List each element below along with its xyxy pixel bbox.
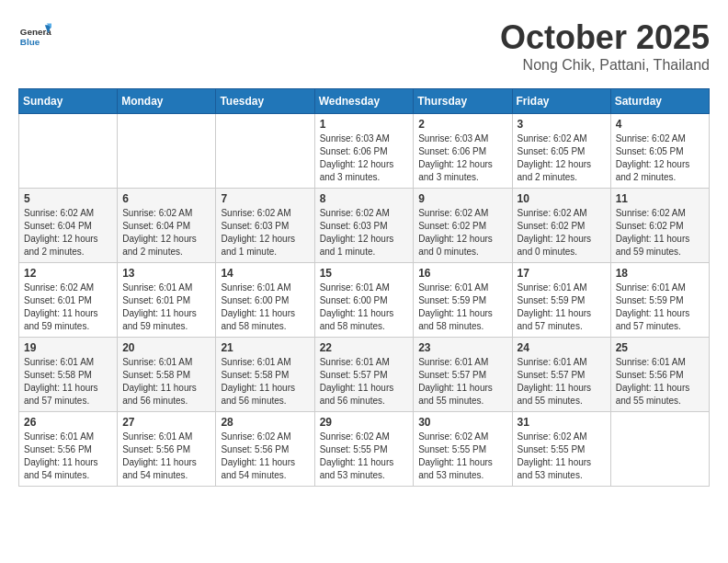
day-number: 28: [221, 416, 309, 429]
day-info: Sunrise: 6:01 AMSunset: 5:58 PMDaylight:…: [221, 356, 309, 408]
day-number: 30: [418, 416, 506, 429]
calendar-cell: 10Sunrise: 6:02 AMSunset: 6:02 PMDayligh…: [512, 189, 610, 263]
page-header: General Blue October 2025 Nong Chik, Pat…: [18, 18, 710, 74]
day-info: Sunrise: 6:01 AMSunset: 5:58 PMDaylight:…: [24, 356, 112, 408]
day-info: Sunrise: 6:01 AMSunset: 6:00 PMDaylight:…: [320, 282, 409, 333]
day-number: 16: [418, 267, 506, 280]
calendar-cell: [118, 114, 216, 189]
week-row-4: 19Sunrise: 6:01 AMSunset: 5:58 PMDayligh…: [19, 338, 710, 412]
calendar-cell: 4Sunrise: 6:02 AMSunset: 6:05 PMDaylight…: [610, 114, 709, 189]
day-number: 1: [320, 118, 409, 131]
calendar-cell: 3Sunrise: 6:02 AMSunset: 6:05 PMDaylight…: [512, 114, 610, 189]
logo-icon: General Blue: [18, 18, 51, 52]
day-info: Sunrise: 6:01 AMSunset: 5:59 PMDaylight:…: [616, 282, 704, 333]
week-row-2: 5Sunrise: 6:02 AMSunset: 6:04 PMDaylight…: [19, 189, 710, 263]
day-info: Sunrise: 6:01 AMSunset: 5:56 PMDaylight:…: [24, 431, 112, 482]
calendar-cell: 27Sunrise: 6:01 AMSunset: 5:56 PMDayligh…: [118, 412, 216, 487]
day-info: Sunrise: 6:02 AMSunset: 6:02 PMDaylight:…: [518, 207, 606, 259]
calendar-cell: [19, 114, 118, 189]
day-number: 31: [518, 416, 606, 429]
calendar-cell: 2Sunrise: 6:03 AMSunset: 6:06 PMDaylight…: [414, 114, 512, 189]
calendar-cell: 29Sunrise: 6:02 AMSunset: 5:55 PMDayligh…: [314, 412, 414, 487]
calendar-cell: 25Sunrise: 6:01 AMSunset: 5:56 PMDayligh…: [610, 338, 709, 412]
day-info: Sunrise: 6:02 AMSunset: 6:04 PMDaylight:…: [122, 207, 210, 259]
day-info: Sunrise: 6:01 AMSunset: 6:00 PMDaylight:…: [221, 282, 309, 333]
calendar-cell: 15Sunrise: 6:01 AMSunset: 6:00 PMDayligh…: [314, 263, 414, 338]
day-number: 13: [122, 267, 210, 280]
day-number: 22: [320, 341, 409, 354]
calendar-cell: 18Sunrise: 6:01 AMSunset: 5:59 PMDayligh…: [610, 263, 709, 338]
weekday-header-tuesday: Tuesday: [216, 89, 314, 114]
title-block: October 2025 Nong Chik, Pattani, Thailan…: [500, 18, 710, 74]
day-number: 10: [518, 192, 606, 205]
calendar-cell: 22Sunrise: 6:01 AMSunset: 5:57 PMDayligh…: [314, 338, 414, 412]
calendar-cell: 16Sunrise: 6:01 AMSunset: 5:59 PMDayligh…: [414, 263, 512, 338]
day-info: Sunrise: 6:01 AMSunset: 5:57 PMDaylight:…: [418, 356, 506, 408]
day-info: Sunrise: 6:02 AMSunset: 5:55 PMDaylight:…: [320, 431, 409, 482]
calendar-cell: 7Sunrise: 6:02 AMSunset: 6:03 PMDaylight…: [216, 189, 314, 263]
calendar-cell: 5Sunrise: 6:02 AMSunset: 6:04 PMDaylight…: [19, 189, 118, 263]
calendar-cell: 31Sunrise: 6:02 AMSunset: 5:55 PMDayligh…: [512, 412, 610, 487]
calendar-table: SundayMondayTuesdayWednesdayThursdayFrid…: [18, 88, 710, 487]
day-info: Sunrise: 6:02 AMSunset: 6:03 PMDaylight:…: [221, 207, 309, 259]
weekday-header-saturday: Saturday: [610, 89, 709, 114]
day-info: Sunrise: 6:03 AMSunset: 6:06 PMDaylight:…: [320, 132, 409, 184]
logo: General Blue: [18, 18, 55, 52]
day-info: Sunrise: 6:02 AMSunset: 5:55 PMDaylight:…: [418, 431, 506, 482]
day-info: Sunrise: 6:01 AMSunset: 5:57 PMDaylight:…: [320, 356, 409, 408]
day-info: Sunrise: 6:02 AMSunset: 6:01 PMDaylight:…: [24, 282, 112, 333]
calendar-cell: 19Sunrise: 6:01 AMSunset: 5:58 PMDayligh…: [19, 338, 118, 412]
day-number: 3: [518, 118, 606, 131]
day-number: 15: [320, 267, 409, 280]
day-number: 7: [221, 192, 309, 205]
calendar-cell: 21Sunrise: 6:01 AMSunset: 5:58 PMDayligh…: [216, 338, 314, 412]
day-number: 14: [221, 267, 309, 280]
day-info: Sunrise: 6:01 AMSunset: 5:59 PMDaylight:…: [518, 282, 606, 333]
day-number: 11: [616, 192, 704, 205]
day-info: Sunrise: 6:02 AMSunset: 6:05 PMDaylight:…: [518, 132, 606, 184]
calendar-cell: 17Sunrise: 6:01 AMSunset: 5:59 PMDayligh…: [512, 263, 610, 338]
day-number: 19: [24, 341, 112, 354]
day-number: 6: [122, 192, 210, 205]
location-title: Nong Chik, Pattani, Thailand: [500, 57, 710, 74]
day-number: 29: [320, 416, 409, 429]
calendar-cell: 12Sunrise: 6:02 AMSunset: 6:01 PMDayligh…: [19, 263, 118, 338]
day-info: Sunrise: 6:02 AMSunset: 6:02 PMDaylight:…: [418, 207, 506, 259]
weekday-header-friday: Friday: [512, 89, 610, 114]
day-info: Sunrise: 6:01 AMSunset: 5:56 PMDaylight:…: [616, 356, 704, 408]
weekday-header-sunday: Sunday: [19, 89, 118, 114]
day-number: 12: [24, 267, 112, 280]
day-number: 20: [122, 341, 210, 354]
day-number: 27: [122, 416, 210, 429]
day-info: Sunrise: 6:03 AMSunset: 6:06 PMDaylight:…: [418, 132, 506, 184]
month-title: October 2025: [500, 18, 710, 57]
day-info: Sunrise: 6:01 AMSunset: 5:58 PMDaylight:…: [122, 356, 210, 408]
calendar-cell: 30Sunrise: 6:02 AMSunset: 5:55 PMDayligh…: [414, 412, 512, 487]
day-info: Sunrise: 6:01 AMSunset: 5:57 PMDaylight:…: [518, 356, 606, 408]
day-number: 18: [616, 267, 704, 280]
day-info: Sunrise: 6:02 AMSunset: 6:03 PMDaylight:…: [320, 207, 409, 259]
calendar-cell: 11Sunrise: 6:02 AMSunset: 6:02 PMDayligh…: [610, 189, 709, 263]
day-info: Sunrise: 6:02 AMSunset: 5:55 PMDaylight:…: [518, 431, 606, 482]
calendar-cell: 9Sunrise: 6:02 AMSunset: 6:02 PMDaylight…: [414, 189, 512, 263]
weekday-header-wednesday: Wednesday: [314, 89, 414, 114]
week-row-5: 26Sunrise: 6:01 AMSunset: 5:56 PMDayligh…: [19, 412, 710, 487]
week-row-3: 12Sunrise: 6:02 AMSunset: 6:01 PMDayligh…: [19, 263, 710, 338]
calendar-cell: 1Sunrise: 6:03 AMSunset: 6:06 PMDaylight…: [314, 114, 414, 189]
day-info: Sunrise: 6:01 AMSunset: 5:56 PMDaylight:…: [122, 431, 210, 482]
calendar-cell: 23Sunrise: 6:01 AMSunset: 5:57 PMDayligh…: [414, 338, 512, 412]
svg-text:Blue: Blue: [20, 37, 40, 47]
calendar-cell: 26Sunrise: 6:01 AMSunset: 5:56 PMDayligh…: [19, 412, 118, 487]
calendar-cell: [216, 114, 314, 189]
day-info: Sunrise: 6:01 AMSunset: 5:59 PMDaylight:…: [418, 282, 506, 333]
calendar-cell: 28Sunrise: 6:02 AMSunset: 5:56 PMDayligh…: [216, 412, 314, 487]
day-number: 23: [418, 341, 506, 354]
day-info: Sunrise: 6:02 AMSunset: 6:02 PMDaylight:…: [616, 207, 704, 259]
day-number: 5: [24, 192, 112, 205]
day-number: 8: [320, 192, 409, 205]
calendar-cell: 13Sunrise: 6:01 AMSunset: 6:01 PMDayligh…: [118, 263, 216, 338]
calendar-cell: 8Sunrise: 6:02 AMSunset: 6:03 PMDaylight…: [314, 189, 414, 263]
day-number: 25: [616, 341, 704, 354]
calendar-cell: 6Sunrise: 6:02 AMSunset: 6:04 PMDaylight…: [118, 189, 216, 263]
weekday-header-monday: Monday: [118, 89, 216, 114]
